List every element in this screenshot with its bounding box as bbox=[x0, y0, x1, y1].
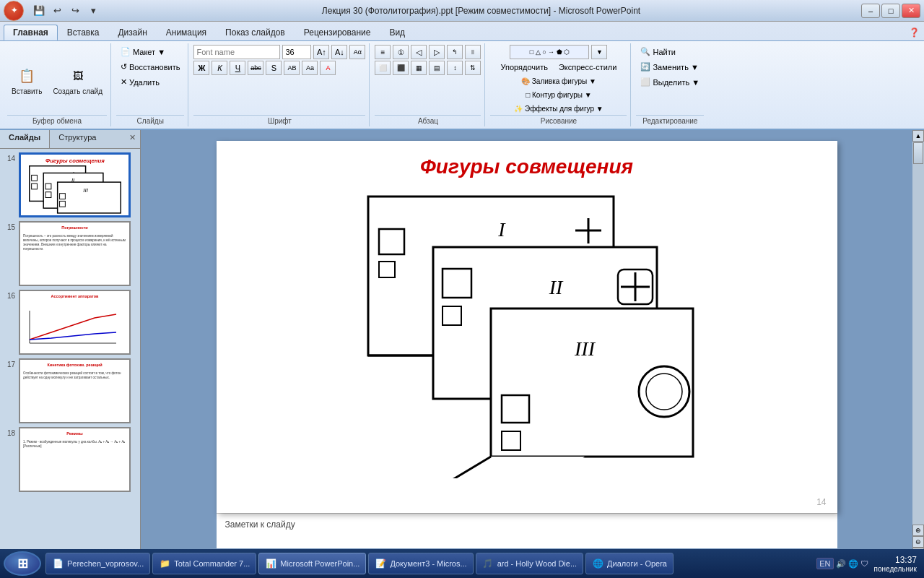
svg-rect-30 bbox=[443, 306, 461, 325]
right-scrollbar[interactable]: ▲ ⊕ ⊖ ▼ bbox=[912, 130, 924, 559]
slide-num-18: 18 bbox=[4, 427, 15, 437]
tab-home[interactable]: Главная bbox=[4, 25, 58, 40]
slide-thumb-16[interactable]: Ассортимент аппаратов bbox=[19, 290, 131, 355]
scroll-thumb[interactable] bbox=[913, 142, 923, 164]
increase-indent-btn[interactable]: ▷ bbox=[429, 45, 445, 59]
close-button[interactable]: ✕ bbox=[902, 4, 920, 18]
maximize-button[interactable]: □ bbox=[881, 4, 900, 18]
taskbar-item-powerpoint[interactable]: 📊 Microsoft PowerPoin... bbox=[258, 553, 366, 574]
taskbar-item-totalcmd[interactable]: 📁 Total Commander 7... bbox=[152, 553, 256, 574]
paste-button[interactable]: 📋 Вставить bbox=[7, 61, 46, 98]
decrease-indent-btn[interactable]: ◁ bbox=[411, 45, 427, 59]
slide-thumb-15[interactable]: Погрешности Погрешность – это разность м… bbox=[19, 221, 131, 286]
shadow-btn[interactable]: S bbox=[266, 61, 282, 75]
columns-btn[interactable]: ⫴ bbox=[465, 45, 481, 59]
tab-slideshow[interactable]: Показ слайдов bbox=[216, 25, 295, 40]
strikethrough-btn[interactable]: abc bbox=[248, 61, 263, 75]
rtl-btn[interactable]: ↰ bbox=[447, 45, 463, 59]
tab-review[interactable]: Рецензирование bbox=[295, 25, 380, 40]
bold-btn[interactable]: Ж bbox=[193, 61, 209, 75]
quick-styles-button[interactable]: Экспресс-стили bbox=[554, 61, 621, 74]
numbering-btn[interactable]: ① bbox=[393, 45, 409, 59]
panel-close-btn[interactable]: ✕ bbox=[125, 130, 140, 148]
clear-format-btn[interactable]: Aα bbox=[349, 45, 365, 59]
customize-qa-button[interactable]: ▾ bbox=[85, 3, 101, 19]
text-dir-btn[interactable]: ⇅ bbox=[465, 61, 481, 75]
delete-button[interactable]: ✕ Удалить bbox=[116, 75, 164, 89]
outline-tab[interactable]: Структура bbox=[50, 130, 105, 148]
slide-canvas[interactable]: Фигуры совмещения I bbox=[217, 141, 837, 513]
tab-design[interactable]: Дизайн bbox=[108, 25, 156, 40]
replace-button[interactable]: 🔄 Заменить ▼ bbox=[636, 60, 702, 74]
lang-indicator[interactable]: EN bbox=[816, 558, 833, 569]
media-label: ard - Holly Wood Die... bbox=[497, 559, 577, 568]
svg-text:I: I bbox=[497, 218, 506, 241]
slide-thumb-18[interactable]: Режимы 1. Режим - возбужденные молекулы … bbox=[19, 427, 131, 492]
slide-item-14[interactable]: 14 Фигуры совмещения I bbox=[4, 152, 136, 217]
help-icon[interactable]: ❓ bbox=[905, 25, 924, 40]
slide-figure: I bbox=[346, 189, 707, 478]
spacing-btn[interactable]: AВ bbox=[284, 61, 300, 75]
slide-thumb-14[interactable]: Фигуры совмещения I bbox=[19, 152, 131, 217]
tab-animation[interactable]: Анимация bbox=[157, 25, 216, 40]
layout-button[interactable]: 📄 Макет ▼ bbox=[116, 45, 170, 59]
slide-panel-tabs: Слайды Структура ✕ bbox=[0, 130, 140, 149]
arrange-button[interactable]: Упорядочить bbox=[496, 61, 552, 74]
arrange-row: Упорядочить Экспресс-стили bbox=[496, 61, 621, 74]
fill-button[interactable]: 🎨 Заливка фигуры ▼ bbox=[517, 75, 601, 87]
italic-btn[interactable]: К bbox=[212, 61, 227, 75]
slide-item-16[interactable]: 16 Ассортимент аппаратов bbox=[4, 290, 136, 355]
font-color-btn[interactable]: А bbox=[320, 61, 336, 75]
redo-button[interactable]: ↪ bbox=[67, 3, 83, 19]
slides-group-content: 📄 Макет ▼ ↺ Восстановить ✕ Удалить bbox=[116, 45, 184, 115]
save-button[interactable]: 💾 bbox=[31, 3, 47, 19]
tab-view[interactable]: Вид bbox=[380, 25, 414, 40]
slides-tab[interactable]: Слайды bbox=[0, 130, 50, 148]
restore-button[interactable]: ↺ Восстановить bbox=[116, 60, 184, 74]
svg-text:III: III bbox=[574, 337, 596, 360]
create-slide-button[interactable]: 🖼 Создать слайд bbox=[48, 61, 107, 98]
undo-button[interactable]: ↩ bbox=[49, 3, 65, 19]
tab-insert[interactable]: Вставка bbox=[58, 25, 109, 40]
taskbar-item-media[interactable]: 🎵 ard - Holly Wood Die... bbox=[476, 553, 583, 574]
start-button[interactable]: ⊞ bbox=[4, 551, 41, 576]
minimize-button[interactable]: – bbox=[861, 4, 880, 18]
slide-list: 14 Фигуры совмещения I bbox=[0, 149, 140, 559]
slide-item-17[interactable]: 17 Кинетика фотохим. реакций Особенности… bbox=[4, 358, 136, 423]
scroll-dn-btn-1[interactable]: ⊕ bbox=[912, 525, 924, 536]
taskbar-item-opera[interactable]: 🌐 Диалоги - Opera bbox=[585, 553, 674, 574]
svg-point-34 bbox=[646, 374, 682, 410]
scroll-dn-btn-2[interactable]: ⊖ bbox=[912, 536, 924, 548]
font-name-input[interactable] bbox=[193, 45, 280, 59]
case-btn[interactable]: Аа bbox=[302, 61, 318, 75]
tray-icon-2: 🌐 bbox=[848, 559, 858, 569]
underline-btn[interactable]: Ч bbox=[230, 61, 245, 75]
justify-btn[interactable]: ▤ bbox=[429, 61, 445, 75]
svg-rect-3 bbox=[32, 175, 38, 181]
decrease-font-btn[interactable]: A↓ bbox=[331, 45, 347, 59]
svg-line-31 bbox=[383, 457, 491, 478]
align-center-btn[interactable]: ⬛ bbox=[393, 61, 409, 75]
taskbar-item-word[interactable]: 📝 Документ3 - Micros... bbox=[368, 553, 473, 574]
scroll-up-btn[interactable]: ▲ bbox=[912, 130, 924, 142]
line-spacing-btn[interactable]: ↕ bbox=[447, 61, 463, 75]
slide-item-18[interactable]: 18 Режимы 1. Режим - возбужденные молеку… bbox=[4, 427, 136, 492]
slide-thumb-17[interactable]: Кинетика фотохим. реакций Особенности фо… bbox=[19, 358, 131, 423]
office-logo[interactable]: ✦ bbox=[4, 1, 24, 21]
slide-item-15[interactable]: 15 Погрешности Погрешность – это разност… bbox=[4, 221, 136, 286]
notes-area[interactable]: Заметки к слайду bbox=[217, 513, 837, 548]
taskbar-item-perechen[interactable]: 📄 Perechen_voprosov... bbox=[45, 553, 150, 574]
find-button[interactable]: 🔍 Найти bbox=[636, 45, 679, 59]
outline-button[interactable]: □ Контур фигуры ▼ bbox=[521, 89, 596, 101]
slide-num-16: 16 bbox=[4, 290, 15, 300]
increase-font-btn[interactable]: A↑ bbox=[313, 45, 329, 59]
font-size-input[interactable] bbox=[282, 45, 311, 59]
shapes-more-btn[interactable]: ▼ bbox=[591, 45, 607, 59]
effects-button[interactable]: ✨ Эффекты для фигур ▼ bbox=[510, 103, 607, 115]
bullets-btn[interactable]: ≡ bbox=[375, 45, 391, 59]
slide-title: Фигуры совмещения bbox=[217, 155, 837, 178]
editing-label: Редактирование bbox=[636, 115, 704, 125]
select-button[interactable]: ⬜ Выделить ▼ bbox=[636, 75, 704, 89]
align-left-btn[interactable]: ⬜ bbox=[375, 61, 391, 75]
align-right-btn[interactable]: ▦ bbox=[411, 61, 427, 75]
